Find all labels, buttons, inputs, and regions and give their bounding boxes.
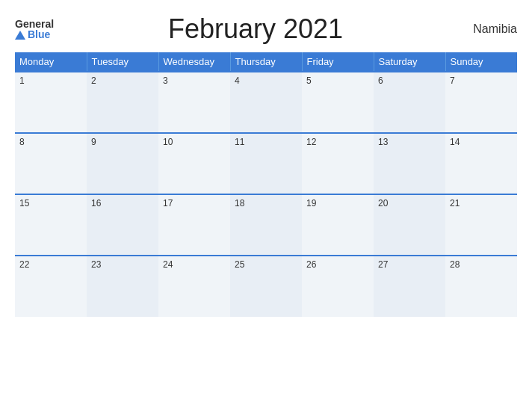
day-number: 17 [163,198,173,208]
calendar-header-row: Monday Tuesday Wednesday Thursday Friday… [15,52,517,72]
calendar-week-1: 1234567 [15,72,517,133]
calendar-day-4: 4 [230,72,302,133]
calendar-header: Monday Tuesday Wednesday Thursday Friday… [15,52,517,72]
calendar-table: Monday Tuesday Wednesday Thursday Friday… [15,52,517,317]
day-number: 1 [19,75,25,86]
calendar-day-14: 14 [445,133,517,194]
day-number: 28 [450,259,460,270]
day-number: 10 [163,137,173,147]
day-number: 18 [235,198,244,208]
col-friday: Friday [302,52,374,72]
day-number: 15 [19,198,29,208]
day-number: 13 [378,137,388,147]
day-number: 11 [235,137,244,147]
day-number: 3 [163,75,168,86]
country-label: Namibia [457,22,517,36]
day-number: 26 [306,259,316,270]
calendar-day-3: 3 [158,72,230,133]
calendar-day-15: 15 [15,194,87,256]
col-tuesday: Tuesday [87,52,158,72]
day-number: 22 [19,259,29,270]
day-number: 6 [378,75,383,86]
header: General Blue February 2021 Namibia [15,13,517,45]
day-number: 14 [450,137,460,147]
logo-blue-text: Blue [15,29,50,40]
calendar-day-10: 10 [158,133,230,194]
col-thursday: Thursday [230,52,302,72]
calendar-day-26: 26 [302,256,374,317]
calendar-day-18: 18 [230,194,302,256]
day-number: 23 [91,259,101,270]
calendar-day-11: 11 [230,133,302,194]
page: General Blue February 2021 Namibia Monda… [0,0,532,411]
calendar-week-2: 891011121314 [15,133,517,194]
calendar-day-23: 23 [87,256,158,317]
day-number: 20 [378,198,388,208]
calendar-day-9: 9 [87,133,158,194]
calendar-day-1: 1 [15,72,87,133]
day-number: 7 [450,75,455,86]
day-number: 9 [91,137,96,147]
calendar-day-21: 21 [445,194,517,256]
day-number: 19 [306,198,316,208]
calendar-day-20: 20 [374,194,445,256]
day-number: 2 [91,75,96,86]
calendar-day-17: 17 [158,194,230,256]
calendar-day-24: 24 [158,256,230,317]
day-number: 27 [378,259,388,270]
calendar-day-28: 28 [445,256,517,317]
col-wednesday: Wednesday [158,52,230,72]
day-number: 12 [306,137,316,147]
calendar-day-25: 25 [230,256,302,317]
logo-general-text: General [15,19,54,29]
logo-triangle-icon [15,31,25,40]
day-number: 8 [19,137,25,147]
calendar-day-19: 19 [302,194,374,256]
day-number: 4 [235,75,240,86]
logo: General Blue [15,19,54,40]
col-sunday: Sunday [445,52,517,72]
calendar-day-22: 22 [15,256,87,317]
calendar-day-6: 6 [374,72,445,133]
calendar-day-13: 13 [374,133,445,194]
calendar-body: 1234567891011121314151617181920212223242… [15,72,517,317]
day-number: 25 [235,259,244,270]
calendar-day-5: 5 [302,72,374,133]
calendar-day-16: 16 [87,194,158,256]
calendar-day-27: 27 [374,256,445,317]
calendar-day-8: 8 [15,133,87,194]
col-saturday: Saturday [374,52,445,72]
day-number: 5 [306,75,312,86]
calendar-week-4: 22232425262728 [15,256,517,317]
calendar-day-7: 7 [445,72,517,133]
day-number: 21 [450,198,460,208]
calendar-title: February 2021 [54,13,457,45]
col-monday: Monday [15,52,87,72]
day-number: 16 [91,198,101,208]
calendar-day-12: 12 [302,133,374,194]
day-number: 24 [163,259,173,270]
calendar-day-2: 2 [87,72,158,133]
calendar-week-3: 15161718192021 [15,194,517,256]
